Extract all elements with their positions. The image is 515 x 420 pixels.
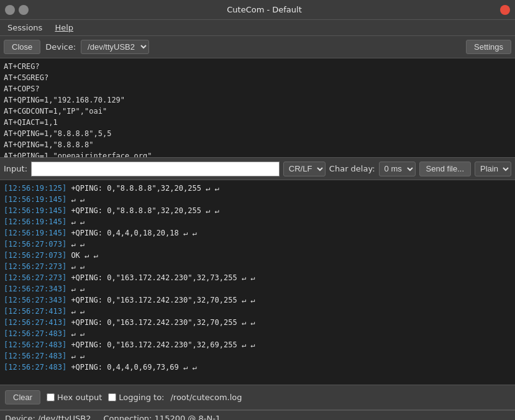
- cmd-line: AT+QPING=1,"openairinterface.org": [4, 150, 511, 158]
- output-line: [12:56:27:483] +QPING: 0,4,4,0,69,73,69 …: [4, 362, 511, 373]
- crlf-select[interactable]: CR/LF CR LF None: [283, 162, 326, 176]
- output-text: ↵ ↵: [66, 329, 84, 338]
- logging-text: Logging to:: [119, 393, 164, 402]
- cmd-line: AT+COPS?: [4, 83, 511, 94]
- output-text: OK ↵ ↵: [66, 251, 98, 260]
- output-line: [12:56:19:145] +QPING: 0,"8.8.8.8",32,20…: [4, 205, 511, 216]
- timestamp: [12:56:27:273]: [4, 273, 66, 282]
- output-line: [12:56:27:343] ↵ ↵: [4, 283, 511, 294]
- device-status: Device: /dev/ttyUSB2: [5, 414, 91, 420]
- minimize-button[interactable]: −: [5, 5, 15, 15]
- input-bar: Input: CR/LF CR LF None Char delay: 0 ms…: [0, 158, 515, 180]
- close-window-button[interactable]: ✕: [500, 5, 510, 15]
- output-line: [12:56:27:483] +QPING: 0,"163.172.242.23…: [4, 339, 511, 350]
- command-history: AT+CREG?AT+C5GREG?AT+COPS?AT+QPING=1,"19…: [0, 58, 515, 158]
- hex-output-checkbox[interactable]: [47, 393, 55, 401]
- timestamp: [12:56:27:073]: [4, 251, 66, 260]
- output-line: [12:56:27:273] +QPING: 0,"163.172.242.23…: [4, 272, 511, 283]
- timestamp: [12:56:19:125]: [4, 184, 66, 193]
- char-delay-select[interactable]: 0 ms 1 ms 5 ms: [379, 162, 416, 176]
- output-line: [12:56:27:413] +QPING: 0,"163.172.242.23…: [4, 317, 511, 328]
- timestamp: [12:56:27:483]: [4, 340, 66, 349]
- timestamp: [12:56:27:413]: [4, 307, 66, 316]
- bottom-bar: Clear Hex output Logging to: /root/cutec…: [0, 385, 515, 410]
- cmd-line: AT+C5GREG?: [4, 72, 511, 83]
- timestamp: [12:56:19:145]: [4, 206, 66, 215]
- output-line: [12:56:27:343] +QPING: 0,"163.172.242.23…: [4, 294, 511, 306]
- maximize-button[interactable]: □: [19, 5, 29, 15]
- timestamp: [12:56:27:073]: [4, 240, 66, 249]
- input-field[interactable]: [31, 162, 280, 176]
- output-text: +QPING: 0,"163.172.242.230",32,73,255 ↵ …: [66, 273, 255, 282]
- output-text: ↵ ↵: [66, 307, 84, 316]
- connection-status: Connection: 115200 @ 8-N-1: [104, 414, 221, 420]
- timestamp: [12:56:19:145]: [4, 195, 66, 204]
- timestamp: [12:56:27:483]: [4, 352, 66, 360]
- cmd-line: AT+QIACT=1,1: [4, 117, 511, 128]
- timestamp: [12:56:27:273]: [4, 262, 66, 271]
- timestamp: [12:56:27:483]: [4, 329, 66, 338]
- output-line: [12:56:27:273] ↵ ↵: [4, 261, 511, 272]
- clear-button[interactable]: Clear: [5, 390, 40, 404]
- log-path: /root/cutecom.log: [170, 393, 242, 402]
- cmd-line: AT+CGDCONT=1,"IP","oai": [4, 106, 511, 117]
- window-controls: − □: [5, 5, 29, 15]
- timestamp: [12:56:27:343]: [4, 296, 66, 304]
- timestamp: [12:56:19:145]: [4, 229, 66, 237]
- help-menu[interactable]: Help: [50, 22, 78, 34]
- window-title: CuteCom - Default: [29, 5, 500, 14]
- output-text: ↵ ↵: [66, 240, 84, 249]
- timestamp: [12:56:27:483]: [4, 363, 66, 372]
- output-text: +QPING: 0,"8.8.8.8",32,20,255 ↵ ↵: [66, 184, 219, 193]
- output-line: [12:56:19:145] ↵ ↵: [4, 194, 511, 205]
- output-text: +QPING: 0,"163.172.242.230",32,70,255 ↵ …: [66, 318, 255, 327]
- send-file-button[interactable]: Send file...: [419, 162, 471, 176]
- output-line: [12:56:27:073] OK ↵ ↵: [4, 250, 511, 261]
- device-label: Device:: [45, 42, 76, 52]
- output-line: [12:56:19:145] +QPING: 0,4,4,0,18,20,18 …: [4, 227, 511, 239]
- cmd-line: AT+QPING=1,"192.168.70.129": [4, 94, 511, 106]
- close-button[interactable]: Close: [4, 40, 40, 54]
- cmd-line: AT+QPING=1,"8.8.8.8",5,5: [4, 128, 511, 139]
- title-bar: − □ CuteCom - Default ✕: [0, 0, 515, 20]
- output-line: [12:56:19:125] +QPING: 0,"8.8.8.8",32,20…: [4, 183, 511, 194]
- input-label: Input:: [4, 164, 27, 173]
- device-select[interactable]: /dev/ttyUSB2: [81, 40, 149, 54]
- output-line: [12:56:27:413] ↵ ↵: [4, 306, 511, 317]
- output-line: [12:56:27:483] ↵ ↵: [4, 350, 511, 362]
- status-bar: Device: /dev/ttyUSB2 Connection: 115200 …: [0, 410, 515, 420]
- output-text: +QPING: 0,4,4,0,69,73,69 ↵ ↵: [66, 363, 197, 372]
- output-text: ↵ ↵: [66, 217, 84, 226]
- output-area: [12:56:19:125] +QPING: 0,"8.8.8.8",32,20…: [0, 180, 515, 385]
- logging-label[interactable]: Logging to:: [108, 393, 164, 402]
- output-text: +QPING: 0,4,4,0,18,20,18 ↵ ↵: [66, 229, 197, 237]
- menu-bar: Sessions Help: [0, 20, 515, 36]
- timestamp: [12:56:19:145]: [4, 217, 66, 226]
- hex-output-text: Hex output: [57, 393, 102, 402]
- output-text: +QPING: 0,"163.172.242.230",32,70,255 ↵ …: [66, 296, 255, 304]
- sessions-menu[interactable]: Sessions: [2, 22, 47, 34]
- output-line: [12:56:27:483] ↵ ↵: [4, 328, 511, 339]
- plain-select[interactable]: Plain Hex: [475, 162, 511, 176]
- toolbar: Close Device: /dev/ttyUSB2 Settings: [0, 36, 515, 58]
- char-delay-label: Char delay:: [329, 164, 375, 173]
- hex-output-label[interactable]: Hex output: [47, 393, 102, 402]
- output-text: ↵ ↵: [66, 195, 84, 204]
- timestamp: [12:56:27:343]: [4, 285, 66, 293]
- settings-button[interactable]: Settings: [466, 40, 511, 54]
- output-line: [12:56:27:073] ↵ ↵: [4, 239, 511, 250]
- cmd-line: AT+CREG?: [4, 61, 511, 72]
- cmd-line: AT+QPING=1,"8.8.8.8": [4, 139, 511, 150]
- output-text: ↵ ↵: [66, 285, 84, 293]
- output-text: ↵ ↵: [66, 262, 84, 271]
- logging-checkbox[interactable]: [108, 393, 116, 401]
- output-text: ↵ ↵: [66, 352, 84, 360]
- output-text: +QPING: 0,"8.8.8.8",32,20,255 ↵ ↵: [66, 206, 219, 215]
- output-text: +QPING: 0,"163.172.242.230",32,69,255 ↵ …: [66, 340, 255, 349]
- output-line: [12:56:19:145] ↵ ↵: [4, 216, 511, 227]
- timestamp: [12:56:27:413]: [4, 318, 66, 327]
